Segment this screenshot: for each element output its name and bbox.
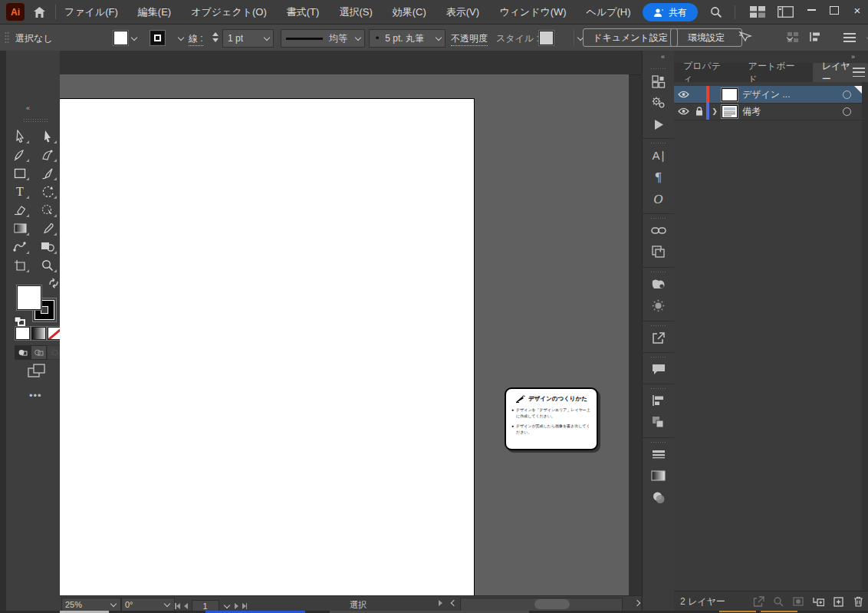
transparency-panel-icon[interactable]: [648, 488, 669, 506]
canvas-pasteboard[interactable]: デザインのつくりかた ● デザインを「デザインエリア」レイヤー上に作成してくださ…: [60, 74, 629, 595]
libraries-panel-icon[interactable]: [648, 72, 669, 91]
tab-artboards[interactable]: アートボード: [739, 63, 813, 82]
new-sublayer-icon[interactable]: [808, 597, 828, 607]
target-circle-icon[interactable]: [843, 91, 851, 99]
selection-tool[interactable]: [9, 127, 31, 145]
gradient-button[interactable]: [31, 327, 46, 340]
panel-menu-icon[interactable]: [853, 68, 865, 77]
control-bar-menu-icon[interactable]: [843, 33, 856, 42]
lock-icon[interactable]: [692, 107, 706, 116]
menu-object[interactable]: オブジェクト(O): [191, 5, 267, 19]
style-swatch[interactable]: [539, 31, 554, 45]
opentype-panel-icon[interactable]: O: [648, 190, 669, 209]
layer-row-notes[interactable]: ❯ 備考: [674, 103, 862, 120]
workspace-switcher-icon[interactable]: [778, 6, 793, 18]
search-icon[interactable]: [707, 4, 725, 21]
layer-row-design[interactable]: デザイン ...: [674, 86, 862, 104]
paintbrush-tool[interactable]: [37, 164, 58, 182]
default-fill-stroke-icon[interactable]: [14, 316, 26, 327]
previous-artboard-icon[interactable]: [184, 603, 188, 609]
layer-thumbnail[interactable]: [722, 105, 738, 118]
stroke-width-input[interactable]: 1 pt: [222, 29, 274, 48]
menu-edit[interactable]: 編集(E): [138, 5, 171, 19]
stroke-panel-link[interactable]: 線 :: [189, 32, 203, 46]
eraser-tool[interactable]: [9, 201, 31, 219]
window-minimize-button[interactable]: [801, 0, 822, 20]
stroke-dropdown-chevron-icon[interactable]: [177, 35, 185, 42]
menu-window[interactable]: ウィンドウ(W): [499, 5, 566, 19]
gradient-panel-icon[interactable]: [648, 466, 669, 485]
strip-grip[interactable]: [650, 68, 667, 71]
artboard-tool[interactable]: [9, 256, 31, 274]
hscroll-right-icon[interactable]: [634, 599, 642, 607]
links-panel-icon[interactable]: [648, 221, 669, 239]
menu-effect[interactable]: 効果(C): [393, 5, 426, 19]
rectangle-tool[interactable]: [9, 164, 31, 182]
menu-select[interactable]: 選択(S): [339, 5, 372, 19]
last-artboard-icon[interactable]: [242, 603, 248, 609]
menu-type[interactable]: 書式(T): [287, 5, 320, 19]
screen-mode-icon[interactable]: [28, 364, 46, 381]
disclosure-triangle-icon[interactable]: ❯: [709, 107, 720, 115]
share-button[interactable]: 共有: [643, 3, 698, 21]
actions-gears-panel-icon[interactable]: [648, 94, 669, 112]
strip-grip[interactable]: [650, 271, 667, 274]
strip-grip[interactable]: [650, 325, 667, 328]
panel-scroll-rail[interactable]: [862, 82, 868, 591]
next-artboard-icon[interactable]: [235, 603, 238, 609]
new-layer-icon[interactable]: [828, 597, 848, 607]
menu-file[interactable]: ファイル(F): [64, 5, 118, 19]
artboards-panel-icon[interactable]: [648, 242, 669, 261]
brush-definition-dropdown[interactable]: • 5 pt. 丸筆: [369, 29, 446, 48]
stroke-panel-icon[interactable]: [648, 445, 669, 463]
toolbar-more-icon[interactable]: •••: [29, 390, 42, 401]
layer-name[interactable]: 備考: [742, 105, 843, 118]
fill-box[interactable]: [17, 285, 41, 310]
shape-builder-tool[interactable]: [37, 238, 58, 255]
visibility-eye-icon[interactable]: [674, 91, 692, 98]
arrange-documents-icon[interactable]: [750, 6, 765, 18]
visibility-eye-icon[interactable]: [674, 107, 692, 115]
strip-grip[interactable]: [650, 217, 667, 220]
note-card[interactable]: デザインのつくりかた ● デザインを「デザインエリア」レイヤー上に作成してくださ…: [505, 387, 598, 450]
toolbar-collapse-icon[interactable]: «: [26, 104, 29, 112]
blend-tool[interactable]: [9, 238, 31, 255]
hscroll-left-icon[interactable]: [449, 599, 457, 607]
zoom-chevron-icon[interactable]: [110, 601, 117, 608]
strip-grip[interactable]: [650, 142, 667, 145]
actions-play-panel-icon[interactable]: [648, 115, 669, 133]
align-panel-icon[interactable]: [648, 391, 669, 410]
illustrator-logo-icon[interactable]: Ai: [6, 3, 25, 21]
stroke-profile-chevron-icon[interactable]: [354, 35, 362, 42]
artboard-list-chevron-icon[interactable]: [223, 602, 231, 610]
strip-collapse-icon[interactable]: «: [661, 53, 664, 61]
strip-grip[interactable]: [650, 441, 667, 444]
layer-name[interactable]: デザイン ...: [742, 88, 843, 101]
brush-chevron-icon[interactable]: [435, 35, 442, 42]
draw-behind-mode-button[interactable]: [31, 345, 47, 360]
stroke-color-swatch[interactable]: [150, 31, 165, 45]
pathfinder-panel-icon[interactable]: [648, 275, 669, 293]
window-maximize-button[interactable]: [824, 0, 845, 20]
stepper-up-icon[interactable]: [212, 32, 219, 36]
toolbar-grip[interactable]: [23, 118, 49, 122]
direct-selection-tool[interactable]: [37, 127, 58, 145]
comments-panel-icon[interactable]: [648, 360, 669, 378]
stepper-down-icon[interactable]: [212, 38, 219, 42]
color-button[interactable]: [15, 327, 30, 340]
export-panel-icon[interactable]: [648, 328, 669, 347]
home-icon[interactable]: [31, 4, 48, 21]
swap-fill-stroke-icon[interactable]: [48, 278, 60, 292]
preferences-button[interactable]: 環境設定: [670, 28, 742, 47]
curvature-tool[interactable]: [37, 146, 58, 163]
paragraph-panel-icon[interactable]: ¶: [648, 168, 669, 186]
zoom-level-dropdown[interactable]: 25%: [61, 598, 121, 611]
arrange-icon[interactable]: [808, 31, 822, 45]
stroke-width-chevron-icon[interactable]: [263, 35, 271, 42]
symbols-panel-icon[interactable]: [648, 296, 669, 315]
delete-layer-trash-icon[interactable]: [848, 596, 868, 607]
horizontal-scrollbar-thumb[interactable]: [534, 599, 570, 609]
menu-help[interactable]: ヘルプ(H): [587, 5, 631, 19]
layer-thumbnail[interactable]: [722, 88, 738, 101]
status-menu-arrow-icon[interactable]: [439, 600, 442, 606]
